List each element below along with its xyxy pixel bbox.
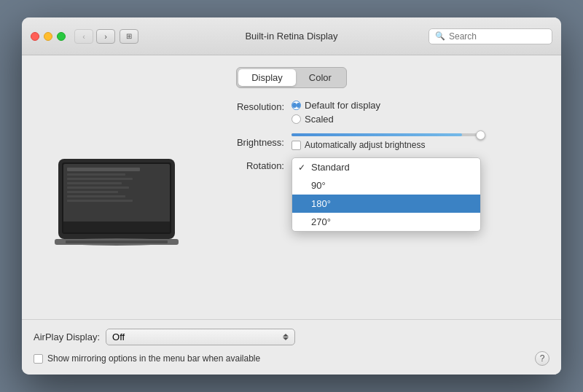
search-input[interactable] [449,31,546,42]
system-preferences-window: ‹ › ⊞ Built-in Retina Display 🔍 Display … [22,17,561,375]
rotation-dropdown: Standard ▼ ✓ Standard 90° [292,159,547,176]
svg-rect-8 [67,191,118,193]
rotation-row: Rotation: Standard ▼ ✓ Standard [211,159,547,176]
brightness-slider-fill [292,133,462,136]
close-button[interactable] [31,32,39,41]
rotation-label: Rotation: [211,159,284,171]
tab-color[interactable]: Color [296,69,345,86]
auto-brightness-row: Automatically adjust brightness [292,140,481,150]
airplay-select[interactable]: Off [106,329,295,345]
rotation-option-180[interactable]: 180° [292,195,480,213]
rotation-option-270[interactable]: 270° [292,213,480,231]
svg-rect-11 [63,222,170,232]
traffic-lights [31,32,66,41]
tab-display[interactable]: Display [238,69,296,86]
select-arrow-down-icon [283,337,289,340]
resolution-scaled-label: Scaled [305,114,334,125]
select-arrow-up-icon [283,334,289,337]
tab-group: Display Color [236,67,347,88]
laptop-image [44,152,189,268]
svg-rect-10 [67,200,133,202]
help-button[interactable]: ? [535,351,549,366]
titlebar: ‹ › ⊞ Built-in Retina Display 🔍 [22,17,561,55]
settings-panel: Resolution: Default for display Scaled [211,100,547,319]
brightness-slider-container [292,133,481,136]
resolution-option-scaled[interactable]: Scaled [292,114,547,125]
brightness-slider-thumb[interactable] [476,130,485,140]
grid-button[interactable]: ⊞ [120,29,138,44]
resolution-row: Resolution: Default for display Scaled [211,100,547,125]
auto-brightness-checkbox[interactable] [292,141,301,150]
rotation-option-standard[interactable]: ✓ Standard [292,158,480,176]
radio-default[interactable] [292,101,301,110]
bottom-bar: AirPlay Display: Off Show mirroring opti… [22,319,561,375]
search-box[interactable]: 🔍 [429,28,552,44]
laptop-preview [36,100,197,319]
airplay-label: AirPlay Display: [34,332,100,342]
rotation-90-label: 90° [311,180,326,191]
back-button[interactable]: ‹ [74,29,93,44]
mirroring-label: Show mirroring options in the menu bar w… [47,353,260,364]
resolution-default-label: Default for display [305,100,380,111]
nav-buttons: ‹ › [74,29,115,44]
brightness-label: Brightness: [211,136,284,148]
resolution-option-default[interactable]: Default for display [292,100,547,111]
airplay-select-arrows [283,334,289,340]
display-tab-content: Resolution: Default for display Scaled [36,100,547,319]
airplay-value: Off [112,332,125,342]
svg-rect-14 [66,240,168,243]
svg-rect-9 [67,195,125,197]
tabs-container: Display Color [36,67,547,88]
mirroring-left: Show mirroring options in the menu bar w… [34,353,260,364]
mirroring-row: Show mirroring options in the menu bar w… [34,351,549,366]
maximize-button[interactable] [57,32,66,41]
auto-brightness-label: Automatically adjust brightness [305,140,425,150]
rotation-option-90[interactable]: 90° [292,176,480,195]
forward-button[interactable]: › [96,29,115,44]
resolution-controls: Default for display Scaled [292,100,547,125]
search-icon: 🔍 [435,31,445,41]
radio-scaled[interactable] [292,114,301,124]
airplay-row: AirPlay Display: Off [34,329,549,345]
minimize-button[interactable] [44,32,52,41]
rotation-180-label: 180° [311,198,331,209]
svg-rect-7 [67,187,129,189]
mirroring-checkbox[interactable] [34,354,43,364]
brightness-row: Brightness: Automatically adjust brightn… [211,133,547,150]
svg-rect-4 [67,173,125,176]
content-area: Display Color [22,55,561,319]
checkmark-icon: ✓ [298,162,305,173]
brightness-slider-track[interactable] [292,133,481,136]
window-title: Built-in Retina Display [245,31,337,42]
rotation-controls: Standard ▼ ✓ Standard 90° [292,159,547,176]
rotation-standard-label: Standard [311,162,350,173]
svg-rect-6 [67,182,122,184]
rotation-270-label: 270° [311,216,331,227]
rotation-dropdown-menu: ✓ Standard 90° 180° 270° [292,157,481,232]
svg-rect-5 [67,178,133,180]
brightness-controls: Automatically adjust brightness [292,133,481,150]
resolution-label: Resolution: [211,100,284,112]
svg-rect-3 [67,168,140,171]
